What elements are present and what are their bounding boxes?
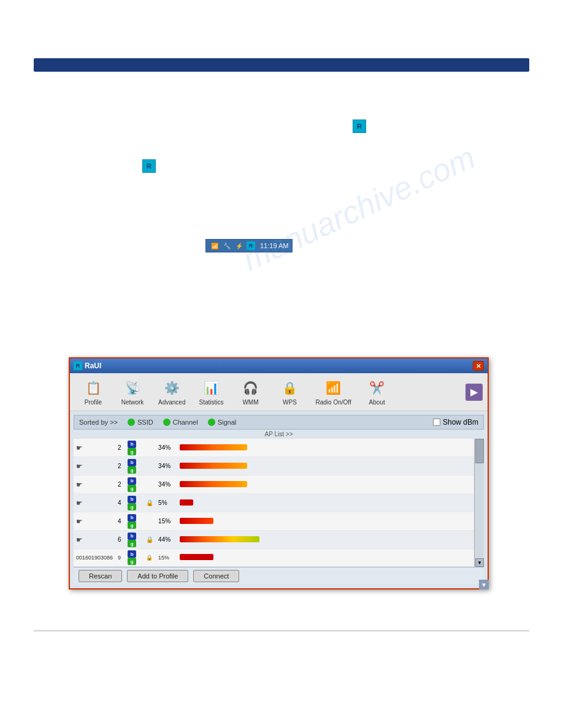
- cell-lock: [144, 457, 156, 476]
- cell-wifi-icon: ☛: [74, 494, 115, 512]
- statistics-icon: 📊: [201, 378, 221, 398]
- raui-window: R RaUI ✕ 📋 Profile 📡 Network ⚙️ Advanced…: [69, 357, 489, 590]
- b-badge: b: [128, 459, 136, 466]
- toolbar-network[interactable]: 📡 Network: [114, 376, 151, 408]
- channel-dot: [163, 419, 170, 426]
- g-badge: g: [128, 503, 136, 510]
- scrollbar-down-arrow[interactable]: ▼: [475, 558, 484, 567]
- ralink-icon-top-left: R: [142, 159, 156, 173]
- system-time: 11:19 AM: [260, 242, 288, 249]
- cell-signal-pct: 34%: [156, 457, 177, 476]
- cell-wifi-icon: ☛: [74, 512, 115, 531]
- cell-lock: 🔒: [144, 549, 156, 567]
- toolbar-wmm[interactable]: 🎧 WMM: [232, 376, 269, 408]
- cell-signal-pct: 34%: [156, 476, 177, 494]
- window-title-left: R RaUI: [74, 362, 101, 370]
- cell-signal-pct: 15%: [156, 512, 177, 531]
- cell-channel: 2: [115, 439, 125, 457]
- wmm-label: WMM: [242, 399, 258, 406]
- cell-channel: 4: [115, 494, 125, 512]
- cell-channel: 9: [115, 549, 125, 567]
- cell-channel: 4: [115, 512, 125, 531]
- sorted-by-label: Sorted by >>: [79, 419, 118, 426]
- advanced-label: Advanced: [158, 399, 185, 406]
- cell-signal-pct: 15%: [156, 549, 177, 567]
- cell-channel: 2: [115, 476, 125, 494]
- toolbar-profile[interactable]: 📋 Profile: [75, 376, 112, 408]
- table-row[interactable]: ☛ 2 b g 34%: [74, 476, 474, 494]
- table-row[interactable]: ☛ 4 b g 🔒 5%: [74, 494, 474, 512]
- scrollbar-thumb[interactable]: [475, 439, 484, 463]
- signal-bar: [180, 499, 193, 506]
- wmm-icon: 🎧: [240, 378, 260, 398]
- bottom-line: [34, 631, 529, 631]
- signal-bar: [180, 554, 213, 560]
- cell-signal-pct: 5%: [156, 494, 177, 512]
- b-badge: b: [128, 496, 136, 503]
- lock-icon: 🔒: [146, 555, 153, 561]
- scrollbar[interactable]: ▼: [474, 439, 484, 567]
- b-badge: b: [128, 441, 136, 448]
- cell-lock: 🔒: [144, 531, 156, 549]
- toolbar-advanced[interactable]: ⚙️ Advanced: [153, 376, 190, 408]
- g-badge: g: [128, 540, 136, 547]
- button-bar: Rescan Add to Profile Connect: [74, 567, 484, 585]
- table-row[interactable]: ☛ 4 b g 15%: [74, 512, 474, 531]
- cell-wifi-icon: ☛: [74, 439, 115, 457]
- cell-signal-bar: [177, 549, 474, 567]
- signal-bar: [180, 463, 247, 469]
- tray-network-icon: 📶: [210, 241, 220, 251]
- b-badge: b: [128, 477, 136, 485]
- lock-icon: 🔒: [146, 536, 153, 543]
- tray-icon-3: ⚡: [234, 241, 244, 251]
- table-row[interactable]: ☛ 2 b g 34%: [74, 457, 474, 476]
- signal-dot: [208, 419, 215, 426]
- rescan-button[interactable]: Rescan: [79, 570, 122, 582]
- ssid-dot: [128, 419, 135, 426]
- cell-lock: 🔒: [144, 494, 156, 512]
- wps-label: WPS: [283, 399, 297, 406]
- signal-filter[interactable]: Signal: [208, 419, 237, 426]
- g-badge: g: [128, 558, 136, 565]
- show-dbm-container[interactable]: Show dBm: [433, 418, 478, 427]
- cell-lock: [144, 439, 156, 457]
- b-badge: b: [128, 550, 136, 558]
- ssid-filter[interactable]: SSID: [128, 419, 153, 426]
- window-close-button[interactable]: ✕: [473, 361, 484, 371]
- cell-signal-bar: [177, 531, 474, 549]
- cell-badges: b g: [125, 439, 144, 457]
- toolbar-about[interactable]: ✂️ About: [359, 376, 396, 408]
- tray-ralink-icon: R: [247, 241, 255, 250]
- lock-icon: 🔒: [146, 499, 153, 506]
- table-row[interactable]: ☛ 6 b g 🔒 44%: [74, 531, 474, 549]
- watermark: manuarchive.com: [237, 138, 481, 278]
- profile-label: Profile: [85, 399, 102, 406]
- toolbar-statistics[interactable]: 📊 Statistics: [193, 376, 229, 408]
- b-badge: b: [128, 514, 136, 521]
- show-dbm-checkbox[interactable]: [433, 419, 440, 426]
- network-icon: 📡: [123, 378, 142, 398]
- toolbar-radio-onoff[interactable]: 📶 Radio On/Off: [310, 376, 356, 408]
- cell-badges: b g: [125, 457, 144, 476]
- cell-signal-bar: [177, 476, 474, 494]
- cell-badges: b g: [125, 531, 144, 549]
- window-title-text: RaUI: [85, 362, 101, 370]
- toolbar: 📋 Profile 📡 Network ⚙️ Advanced 📊 Statis…: [70, 373, 488, 411]
- cell-channel: 2: [115, 457, 125, 476]
- table-row[interactable]: ☛ 2 b g 34%: [74, 439, 474, 457]
- cell-bssid: 001601903086: [74, 549, 115, 567]
- toolbar-arrow-button[interactable]: ▶: [465, 384, 483, 401]
- about-label: About: [369, 399, 385, 406]
- cell-lock: [144, 476, 156, 494]
- window-titlebar: R RaUI ✕: [70, 358, 488, 373]
- connect-button[interactable]: Connect: [193, 570, 239, 582]
- add-to-profile-button[interactable]: Add to Profile: [127, 570, 188, 582]
- toolbar-wps[interactable]: 🔒 WPS: [271, 376, 308, 408]
- table-row[interactable]: 001601903086 9 b g 🔒 15%: [74, 549, 474, 567]
- cell-channel: 6: [115, 531, 125, 549]
- cell-signal-pct: 34%: [156, 439, 177, 457]
- channel-filter[interactable]: Channel: [163, 419, 198, 426]
- signal-bar: [180, 444, 247, 450]
- window-scroll-arrow[interactable]: ▼: [479, 580, 489, 590]
- radio-onoff-icon: 📶: [324, 378, 343, 398]
